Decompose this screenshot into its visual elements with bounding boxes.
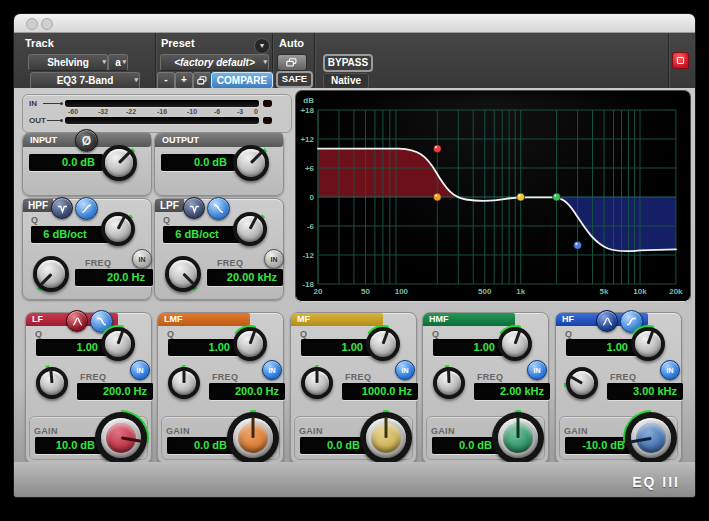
plugin-body: IN OUT -60 -32 -22 -16 -10 -6 -3 0 INPUT… bbox=[14, 88, 695, 497]
band-hf-section: HF Q 1.00 IN FREQ 3.00 kHz GAIN -10.0 dB bbox=[555, 312, 682, 464]
lmf-gain-knob[interactable] bbox=[225, 410, 281, 466]
mf-freq-knob[interactable] bbox=[299, 365, 335, 401]
next-preset-button[interactable]: + bbox=[175, 72, 193, 89]
lf-q-knob[interactable] bbox=[99, 325, 137, 363]
band-marker-hf[interactable] bbox=[574, 241, 582, 249]
hf-gain-knob[interactable] bbox=[623, 410, 679, 466]
mf-freq-display[interactable]: 1000.0 Hz bbox=[342, 383, 418, 400]
lmf-freq-knob[interactable] bbox=[166, 365, 202, 401]
hpf-in-button[interactable]: IN bbox=[132, 249, 152, 269]
lmf-in-button[interactable]: IN bbox=[262, 360, 282, 380]
input-gain-knob[interactable] bbox=[99, 143, 139, 183]
lf-gain-label: GAIN bbox=[34, 426, 58, 436]
mf-in-button[interactable]: IN bbox=[395, 360, 415, 380]
hf-freq-knob[interactable] bbox=[564, 365, 600, 401]
hf-freq-display[interactable]: 3.00 kHz bbox=[607, 383, 683, 400]
hmf-freq-display[interactable]: 2.00 kHz bbox=[474, 383, 550, 400]
lmf-freq-label: FREQ bbox=[212, 372, 238, 382]
lmf-freq-display[interactable]: 200.0 Hz bbox=[209, 383, 285, 400]
hpf-slope-display[interactable]: 6 dB/oct bbox=[31, 226, 109, 243]
lowpass-curve-icon bbox=[213, 203, 224, 214]
lpf-slope-display[interactable]: 6 dB/oct bbox=[163, 226, 241, 243]
marker-highlight bbox=[435, 146, 437, 148]
mf-q-knob[interactable] bbox=[364, 325, 402, 363]
lf-freq-display[interactable]: 200.0 Hz bbox=[77, 383, 153, 400]
window-titlebar[interactable] bbox=[14, 14, 695, 33]
meter-out-label: OUT bbox=[29, 116, 46, 125]
preset-menu-button[interactable]: ▾ bbox=[254, 38, 270, 54]
marker-highlight bbox=[554, 195, 556, 197]
lpf-slope-shape-button[interactable] bbox=[207, 197, 230, 220]
lf-gain-knob[interactable] bbox=[93, 410, 149, 466]
copy-settings-button[interactable] bbox=[193, 72, 211, 89]
lpf-notch-shape-button[interactable] bbox=[183, 197, 205, 219]
bypass-button[interactable]: BYPASS bbox=[323, 54, 373, 72]
eq-curve-plot[interactable]: dB+18+12+60-6-12-1820501005001k5k10k20k bbox=[296, 91, 690, 301]
plugin-format-button[interactable]: Native bbox=[323, 73, 369, 89]
plugin-footer: EQ III bbox=[14, 462, 695, 497]
chevron-down-icon: ▾ bbox=[263, 54, 267, 69]
meter-scale-tick: 0 bbox=[254, 108, 258, 115]
output-section-header: OUTPUT bbox=[155, 133, 283, 147]
axis-tick-label: 10k bbox=[633, 287, 647, 296]
eq-curve-graph[interactable]: dB+18+12+60-6-12-1820501005001k5k10k20k bbox=[296, 91, 690, 301]
axis-tick-label: 5k bbox=[600, 287, 609, 296]
target-button[interactable] bbox=[672, 52, 689, 69]
band-marker-hmf[interactable] bbox=[553, 193, 561, 201]
highpass-curve-icon bbox=[81, 203, 92, 214]
hpf-q-knob[interactable] bbox=[99, 210, 137, 248]
lmf-q-knob[interactable] bbox=[231, 325, 269, 363]
axis-tick-label: 1k bbox=[516, 287, 525, 296]
lf-freq-knob[interactable] bbox=[34, 365, 70, 401]
hmf-freq-knob[interactable] bbox=[431, 365, 467, 401]
hpf-freq-display[interactable]: 20.0 Hz bbox=[75, 269, 153, 286]
minimize-window-button[interactable] bbox=[41, 18, 53, 30]
hmf-in-button[interactable]: IN bbox=[527, 360, 547, 380]
hf-q-knob[interactable] bbox=[629, 325, 667, 363]
divider bbox=[668, 33, 669, 88]
mf-gain-knob[interactable] bbox=[358, 410, 414, 466]
axis-tick-label: 500 bbox=[478, 287, 492, 296]
band-marker-lmf[interactable] bbox=[433, 193, 441, 201]
input-gain-display[interactable]: 0.0 dB bbox=[29, 154, 103, 171]
lpf-in-button[interactable]: IN bbox=[264, 249, 284, 269]
marker-highlight bbox=[518, 195, 520, 197]
compare-button[interactable]: COMPARE bbox=[211, 72, 273, 89]
chevron-down-icon: ▾ bbox=[134, 72, 138, 87]
track-section-label: Track bbox=[25, 37, 54, 49]
mf-gain-label: GAIN bbox=[299, 426, 323, 436]
input-clip-led[interactable] bbox=[263, 100, 272, 107]
hmf-gain-knob[interactable] bbox=[490, 410, 546, 466]
close-window-button[interactable] bbox=[26, 18, 38, 30]
hpf-slope-shape-button[interactable] bbox=[75, 197, 98, 220]
output-gain-display[interactable]: 0.0 dB bbox=[161, 154, 235, 171]
output-clip-led[interactable] bbox=[263, 117, 272, 124]
hmf-q-knob[interactable] bbox=[496, 325, 534, 363]
hpf-freq-knob[interactable] bbox=[31, 254, 71, 294]
preset-selector[interactable]: <factory default>▾ bbox=[160, 54, 269, 71]
phase-invert-button[interactable]: Ø bbox=[75, 129, 98, 152]
lf-q-label: Q bbox=[35, 329, 42, 339]
bell-curve-icon bbox=[72, 316, 83, 327]
automation-enable-button[interactable] bbox=[277, 54, 307, 71]
insert-position-selector[interactable]: a▾ bbox=[108, 54, 128, 71]
hf-in-button[interactable]: IN bbox=[660, 360, 680, 380]
automation-safe-button[interactable]: SAFE bbox=[276, 71, 313, 88]
lpf-q-knob[interactable] bbox=[231, 210, 269, 248]
band-marker-lf[interactable] bbox=[433, 145, 441, 153]
hpf-notch-shape-button[interactable] bbox=[51, 197, 73, 219]
previous-preset-button[interactable]: - bbox=[157, 72, 175, 89]
track-selector[interactable]: Shelving▾ bbox=[28, 54, 108, 71]
axis-tick-label: +12 bbox=[300, 135, 314, 144]
output-gain-knob[interactable] bbox=[231, 143, 271, 183]
level-meters-panel: IN OUT -60 -32 -22 -16 -10 -6 -3 0 bbox=[22, 94, 292, 133]
lf-peak-shape-button[interactable] bbox=[66, 310, 88, 332]
lf-in-button[interactable]: IN bbox=[130, 360, 150, 380]
lpf-freq-display[interactable]: 20.00 kHz bbox=[207, 269, 283, 286]
lpf-freq-knob[interactable] bbox=[163, 254, 203, 294]
plugin-selector[interactable]: EQ3 7-Band▾ bbox=[30, 72, 140, 89]
bell-curve-icon bbox=[602, 316, 613, 327]
hf-gain-display[interactable]: -10.0 dB bbox=[565, 437, 631, 454]
band-marker-mf[interactable] bbox=[517, 193, 525, 201]
hf-peak-shape-button[interactable] bbox=[596, 310, 618, 332]
